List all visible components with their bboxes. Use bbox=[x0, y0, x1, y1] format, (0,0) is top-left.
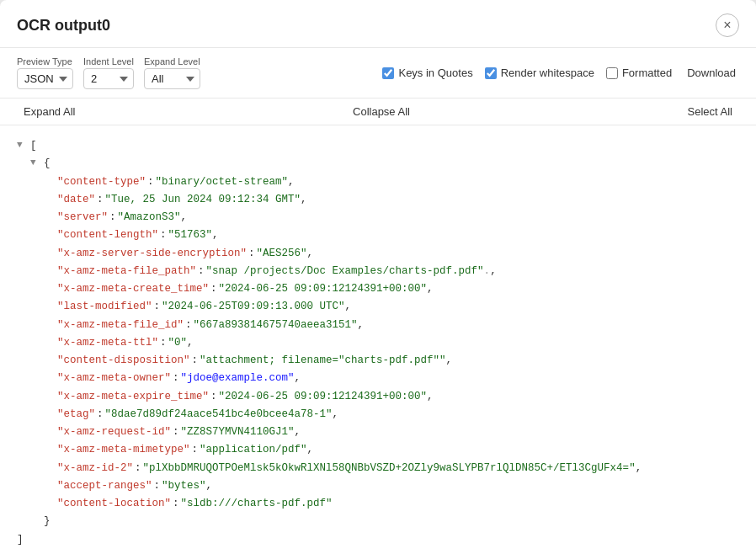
preview-type-label: Preview Type bbox=[17, 56, 73, 67]
expand-level-group: Expand Level All 1 2 3 bbox=[144, 56, 200, 89]
json-value: "2024-06-25T09:09:13.000 UTC" bbox=[162, 298, 345, 316]
download-button[interactable]: Download bbox=[684, 65, 739, 81]
preview-type-select[interactable]: JSON Text Raw bbox=[17, 68, 73, 89]
list-item: "x-amz-meta-file_path" : "snap /projects… bbox=[57, 263, 739, 280]
keys-in-quotes-checkbox[interactable] bbox=[382, 67, 394, 79]
render-whitespace-label: Render whitespace bbox=[501, 67, 594, 79]
json-key: "last-modified" bbox=[57, 298, 152, 316]
list-item: } bbox=[30, 513, 739, 530]
list-item: ] bbox=[17, 531, 739, 549]
json-value: "Tue, 25 Jun 2024 09:12:34 GMT" bbox=[105, 191, 301, 209]
preview-type-group: Preview Type JSON Text Raw bbox=[17, 56, 73, 89]
json-value: "667a893814675740aeea3151" bbox=[194, 317, 358, 334]
json-key: "x-amz-id-2" bbox=[57, 460, 133, 477]
json-viewer: ▼ [ ▼ { "content-type" : "binary/octet-s… bbox=[0, 125, 756, 554]
json-key: "content-type" bbox=[57, 173, 146, 191]
list-item: "x-amz-server-side-encryption" : "AES256… bbox=[57, 245, 739, 263]
json-value: "2024-06-25 09:09:12124391+00:00" bbox=[219, 388, 428, 406]
indent-level-group: Indent Level 1 2 3 4 bbox=[83, 56, 134, 89]
keys-in-quotes-label: Keys in Quotes bbox=[398, 67, 472, 79]
toolbar-right: Keys in Quotes Render whitespace Formatt… bbox=[382, 65, 739, 81]
collapse-all-button[interactable]: Collapse All bbox=[346, 104, 417, 120]
json-value: "AmazonS3" bbox=[118, 209, 181, 226]
expand-level-select[interactable]: All 1 2 3 bbox=[144, 68, 200, 89]
actions-row: Expand All Collapse All Select All bbox=[0, 99, 756, 125]
list-item: "x-amz-request-id" : "ZZ8S7YMVN4110GJ1" … bbox=[57, 423, 739, 441]
indent-level-select[interactable]: 1 2 3 4 bbox=[83, 68, 134, 89]
list-item: "content-location" : "sldb:///charts-pdf… bbox=[57, 495, 739, 513]
modal-header: OCR output0 × bbox=[0, 0, 756, 48]
json-key: "etag" bbox=[57, 406, 95, 423]
modal-title: OCR output0 bbox=[17, 17, 110, 35]
list-item: "content-length" : "51763" , bbox=[57, 226, 739, 244]
json-key: "x-amz-server-side-encryption" bbox=[57, 245, 247, 263]
render-whitespace-checkbox[interactable] bbox=[485, 67, 497, 79]
json-key: "x-amz-meta-mimetype" bbox=[57, 441, 190, 459]
json-key: "server" bbox=[57, 209, 108, 226]
expand-level-label: Expand Level bbox=[144, 56, 200, 67]
json-value: "0" bbox=[168, 334, 188, 352]
json-key: "x-amz-meta-ttl" bbox=[57, 334, 158, 352]
json-value: "AES256" bbox=[257, 245, 307, 263]
indent-level-label: Indent Level bbox=[83, 56, 134, 67]
json-value: "bytes" bbox=[162, 477, 206, 495]
list-item: "content-disposition" : "attachment; fil… bbox=[57, 352, 739, 370]
json-value: "jdoe@example.com" bbox=[181, 370, 295, 387]
json-key: "x-amz-meta-file_path" bbox=[57, 263, 196, 280]
close-button[interactable]: × bbox=[716, 13, 739, 37]
list-item: "x-amz-meta-mimetype" : "application/pdf… bbox=[57, 441, 739, 459]
json-value: "plXbbDMRUQOTPOeMlsk5kOkwRlXNl58QNBbVSZD… bbox=[143, 460, 636, 477]
list-item: "last-modified" : "2024-06-25T09:09:13.0… bbox=[57, 298, 739, 316]
json-key: "content-disposition" bbox=[57, 352, 190, 370]
list-item: "etag" : "8dae7d89df24aace541bc4e0bcee4a… bbox=[57, 406, 739, 423]
json-key: "content-length" bbox=[57, 226, 158, 244]
toolbar-left: Preview Type JSON Text Raw Indent Level … bbox=[17, 56, 200, 89]
json-value: "8dae7d89df24aace541bc4e0bcee4a78-1" bbox=[105, 406, 333, 423]
json-key: "x-amz-meta-file_id" bbox=[57, 317, 184, 334]
json-value: "51763" bbox=[168, 226, 213, 244]
list-item: "x-amz-meta-ttl" : "0" , bbox=[57, 334, 739, 352]
toggle-icon[interactable]: ▼ bbox=[30, 155, 40, 171]
list-item: ▼ [ bbox=[17, 137, 739, 155]
json-value: "binary/octet-stream" bbox=[156, 173, 289, 191]
json-value: "ZZ8S7YMVN4110GJ1" bbox=[181, 423, 295, 441]
json-value: "snap /projects/Doc Examples/charts-pdf.… bbox=[206, 263, 484, 280]
json-value: "attachment; filename="charts-pdf.pdf"" bbox=[200, 352, 446, 370]
json-value: "2024-06-25 09:09:12124391+00:00" bbox=[219, 280, 428, 298]
list-item: ▼ { bbox=[30, 155, 739, 173]
json-value: "sldb:///charts-pdf.pdf" bbox=[181, 495, 333, 513]
list-item: "x-amz-meta-expire_time" : "2024-06-25 0… bbox=[57, 388, 739, 406]
formatted-checkbox[interactable] bbox=[606, 67, 618, 79]
toolbar: Preview Type JSON Text Raw Indent Level … bbox=[0, 48, 756, 99]
list-item: "x-amz-id-2" : "plXbbDMRUQOTPOeMlsk5kOkw… bbox=[57, 460, 739, 477]
list-item: "x-amz-meta-create_time" : "2024-06-25 0… bbox=[57, 280, 739, 298]
json-key: "x-amz-meta-owner" bbox=[57, 370, 171, 387]
json-key: "x-amz-meta-create_time" bbox=[57, 280, 209, 298]
list-item: "x-amz-meta-owner" : "jdoe@example.com" … bbox=[57, 370, 739, 387]
keys-in-quotes-group[interactable]: Keys in Quotes bbox=[382, 67, 472, 79]
json-key: "content-location" bbox=[57, 495, 171, 513]
toggle-icon[interactable]: ▼ bbox=[17, 137, 27, 153]
formatted-label: Formatted bbox=[622, 67, 672, 79]
list-item: "content-type" : "binary/octet-stream" , bbox=[57, 173, 739, 191]
json-key: "x-amz-request-id" bbox=[57, 423, 171, 441]
select-all-button[interactable]: Select All bbox=[681, 104, 739, 120]
list-item: "accept-ranges" : "bytes" , bbox=[57, 477, 739, 495]
modal: OCR output0 × Preview Type JSON Text Raw… bbox=[0, 0, 756, 554]
render-whitespace-group[interactable]: Render whitespace bbox=[485, 67, 594, 79]
json-value: "application/pdf" bbox=[200, 441, 307, 459]
list-item: "server" : "AmazonS3" , bbox=[57, 209, 739, 226]
json-key: "x-amz-meta-expire_time" bbox=[57, 388, 209, 406]
json-key: "accept-ranges" bbox=[57, 477, 152, 495]
json-key: "date" bbox=[57, 191, 95, 209]
formatted-group[interactable]: Formatted bbox=[606, 67, 672, 79]
expand-all-button[interactable]: Expand All bbox=[17, 104, 82, 120]
list-item: "x-amz-meta-file_id" : "667a893814675740… bbox=[57, 317, 739, 334]
list-item: "date" : "Tue, 25 Jun 2024 09:12:34 GMT"… bbox=[57, 191, 739, 209]
